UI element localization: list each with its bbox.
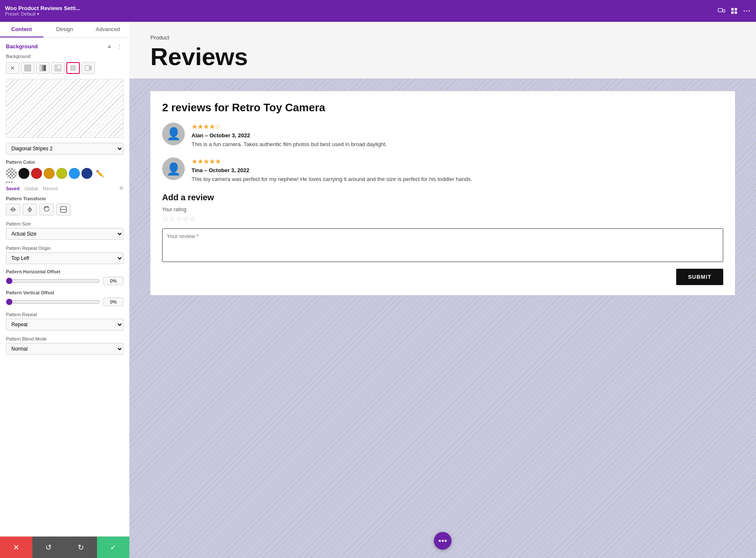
preset-label[interactable]: Preset: Default ▾: [5, 11, 717, 17]
svg-rect-5: [735, 11, 737, 14]
color-swatches: ✏️: [0, 166, 129, 181]
color-pencil-icon[interactable]: ✏️: [96, 170, 104, 178]
v-offset-section: Pattern Vertical Offset: [0, 287, 129, 308]
redo-button[interactable]: ↻: [65, 537, 97, 558]
submit-button[interactable]: SUBMIT: [676, 269, 723, 285]
v-offset-slider[interactable]: [6, 299, 100, 305]
top-bar: Woo Product Reviews Setti... Preset: Def…: [0, 0, 756, 22]
tab-advanced[interactable]: Advanced: [86, 22, 129, 37]
pattern-select-row: Diagonal Stripes 2: [0, 141, 129, 156]
section-more-icon[interactable]: ⋮: [117, 43, 123, 50]
bg-type-gradient[interactable]: [36, 62, 50, 74]
more-options-icon[interactable]: [743, 7, 751, 15]
svg-point-25: [445, 540, 447, 542]
undo-button[interactable]: ↺: [32, 537, 65, 558]
reviews-inner: 2 reviews for Retro Toy Camera 👤 ★★★★☆ A…: [129, 79, 756, 558]
svg-rect-10: [40, 65, 46, 71]
svg-point-8: [749, 10, 750, 12]
pattern-transform-section: Pattern Transform: [0, 193, 129, 217]
h-offset-slider[interactable]: [6, 278, 100, 284]
repeat-origin-section: Pattern Repeat Origin Top Left: [0, 241, 129, 266]
blend-label: Pattern Blend Mode: [6, 336, 123, 343]
rating-label: Your rating: [162, 207, 723, 212]
svg-rect-0: [718, 8, 722, 12]
responsive-icon[interactable]: [717, 7, 726, 15]
review-item-2: 👤 ★★★★★ Tina – October 3, 2022 This toy …: [162, 157, 723, 183]
color-tab-global[interactable]: Global: [24, 186, 38, 191]
repeat-origin-select[interactable]: Top Left: [6, 252, 123, 264]
color-swatch-red[interactable]: [31, 168, 42, 179]
review-content-2: ★★★★★ Tina – October 3, 2022 This toy ca…: [192, 157, 723, 183]
color-dots-row: [0, 181, 129, 184]
color-swatch-transparent[interactable]: [6, 168, 17, 179]
blend-select[interactable]: Normal: [6, 343, 123, 355]
rotate-btn[interactable]: [39, 204, 54, 215]
stars-1: ★★★★☆: [192, 123, 723, 131]
bg-type-none[interactable]: ✕: [6, 62, 19, 74]
add-review-title: Add a review: [162, 193, 723, 202]
size-label: Pattern Size: [6, 221, 123, 228]
left-panel: Content Design Advanced Background ▲ ⋮ B…: [0, 22, 129, 558]
color-swatch-amber[interactable]: [44, 168, 55, 179]
rating-stars[interactable]: ☆☆☆☆☆: [162, 214, 723, 223]
svg-rect-9: [25, 65, 31, 71]
repeat-label: Pattern Repeat: [6, 312, 123, 319]
color-swatch-dark-blue[interactable]: [81, 168, 92, 179]
collapse-icon[interactable]: ▲: [107, 43, 113, 50]
svg-rect-3: [735, 8, 737, 10]
review-content-1: ★★★★☆ Alan – October 3, 2022 This is a f…: [192, 123, 723, 149]
color-tabs: Saved Global Recent ⚙: [0, 184, 129, 193]
floating-action-btn[interactable]: [434, 532, 452, 550]
size-select[interactable]: Actual Size: [6, 228, 123, 240]
flip-v-btn[interactable]: [23, 204, 37, 215]
grid-icon[interactable]: [730, 7, 738, 15]
svg-point-7: [746, 10, 748, 12]
review-text-2: This toy camera was perfect for my nephe…: [192, 175, 723, 183]
svg-rect-2: [731, 8, 734, 10]
background-field-label: Background: [0, 52, 129, 60]
color-settings-icon[interactable]: ⚙: [119, 186, 123, 191]
svg-point-12: [56, 66, 58, 68]
transform-label: Pattern Transform: [6, 196, 123, 201]
svg-point-23: [442, 540, 444, 542]
avatar-1: 👤: [162, 123, 185, 145]
color-swatch-black[interactable]: [18, 168, 29, 179]
review-textarea[interactable]: [162, 228, 723, 262]
tab-content[interactable]: Content: [0, 22, 43, 37]
pattern-select[interactable]: Diagonal Stripes 2: [6, 143, 123, 155]
stars-2: ★★★★★: [192, 157, 723, 165]
tab-design[interactable]: Design: [43, 22, 87, 37]
h-offset-label: Pattern Horizontal Offset: [6, 269, 123, 274]
color-tab-recent[interactable]: Recent: [43, 186, 58, 191]
flip-h-btn[interactable]: [6, 204, 20, 215]
bottom-bar: ✕ ↺ ↻ ✓: [0, 536, 129, 558]
section-title: Background: [6, 43, 38, 50]
bg-type-image[interactable]: [51, 62, 65, 74]
reviews-heading: 2 reviews for Retro Toy Camera: [162, 101, 723, 114]
reset-btn[interactable]: [56, 204, 71, 215]
more-colors-dots[interactable]: [6, 181, 13, 183]
repeat-origin-label: Pattern Repeat Origin: [6, 246, 123, 252]
v-offset-label: Pattern Vertical Offset: [6, 290, 123, 295]
cancel-button[interactable]: ✕: [0, 537, 32, 558]
repeat-select[interactable]: Repeat: [6, 319, 123, 330]
repeat-section: Pattern Repeat Repeat: [0, 308, 129, 332]
color-swatch-yellow-green[interactable]: [56, 168, 67, 179]
blend-section: Pattern Blend Mode Normal: [0, 332, 129, 362]
bg-type-selector: ✕: [0, 60, 129, 76]
bg-type-color[interactable]: [21, 62, 34, 74]
svg-point-24: [439, 540, 441, 542]
avatar-icon-2: 👤: [166, 162, 181, 176]
author-1: Alan – October 3, 2022: [192, 132, 723, 139]
transform-buttons: [6, 204, 123, 215]
tab-bar: Content Design Advanced: [0, 22, 129, 38]
color-swatch-blue[interactable]: [69, 168, 80, 179]
reviews-area: 2 reviews for Retro Toy Camera 👤 ★★★★☆ A…: [129, 79, 756, 558]
h-offset-value[interactable]: [103, 277, 123, 285]
bg-type-pattern[interactable]: [66, 62, 80, 74]
pattern-size-section: Pattern Size Actual Size: [0, 217, 129, 241]
color-tab-saved[interactable]: Saved: [6, 186, 19, 191]
bg-type-video[interactable]: [81, 62, 95, 74]
v-offset-value[interactable]: [103, 298, 123, 306]
confirm-button[interactable]: ✓: [97, 537, 129, 558]
